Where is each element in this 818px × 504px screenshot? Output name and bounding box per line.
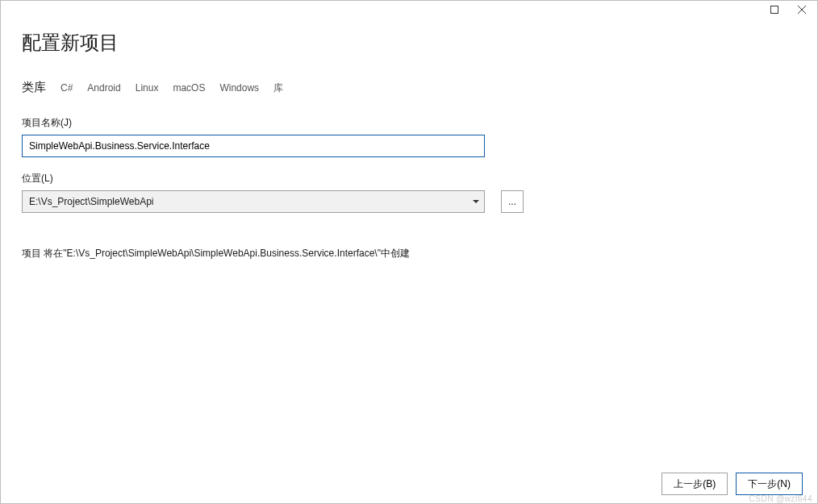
info-text: 项目 将在"E:\Vs_Project\SimpleWebApi\SimpleW… [22, 247, 796, 260]
next-button[interactable]: 下一步(N) [736, 473, 803, 495]
location-select[interactable]: E:\Vs_Project\SimpleWebApi [22, 190, 485, 213]
page-title: 配置新项目 [22, 30, 796, 56]
close-button[interactable] [788, 1, 816, 19]
template-row: 类库 C# Android Linux macOS Windows 库 [22, 80, 796, 95]
template-tag: Windows [219, 82, 259, 94]
template-tag: C# [61, 82, 73, 94]
content-area: 配置新项目 类库 C# Android Linux macOS Windows … [1, 23, 817, 503]
template-tag: Android [87, 82, 120, 94]
browse-button[interactable]: ... [501, 190, 524, 213]
titlebar [1, 1, 817, 23]
footer: 上一步(B) 下一步(N) [661, 473, 803, 495]
project-name-input[interactable] [22, 135, 485, 157]
location-label: 位置(L) [22, 172, 796, 185]
back-button[interactable]: 上一步(B) [661, 473, 728, 495]
location-value: E:\Vs_Project\SimpleWebApi [29, 196, 154, 207]
dialog-window: 配置新项目 类库 C# Android Linux macOS Windows … [0, 0, 818, 504]
project-name-label: 项目名称(J) [22, 116, 796, 130]
chevron-down-icon [473, 200, 479, 203]
svg-rect-0 [771, 6, 778, 14]
maximize-button[interactable] [761, 1, 788, 19]
template-tag: 库 [273, 81, 283, 95]
template-name: 类库 [22, 80, 46, 95]
template-tag: Linux [136, 82, 159, 94]
template-tag: macOS [173, 82, 205, 94]
